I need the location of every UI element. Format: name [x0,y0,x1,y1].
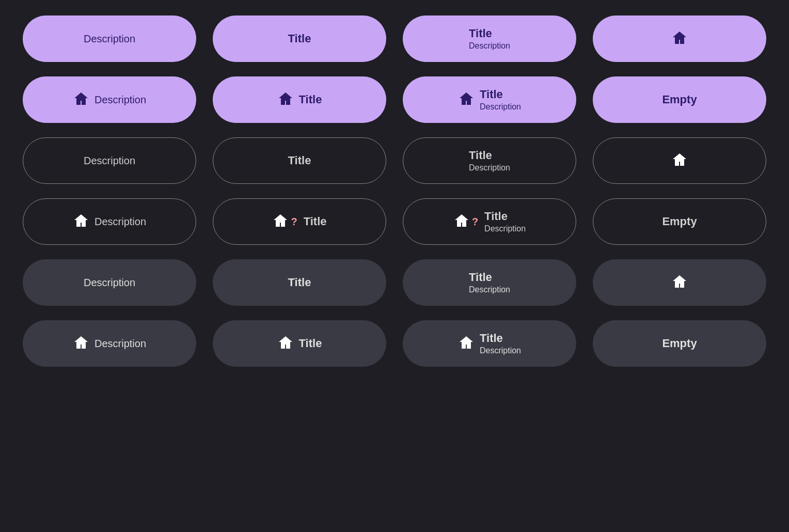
pill-text-block: TitleDescription [469,271,510,294]
pill-description: Description [484,224,526,233]
pill-row0-col0[interactable]: Description [23,15,196,62]
pill-title: Title [288,32,311,45]
pill-row2-col3[interactable] [593,137,766,184]
pill-title: Title [484,210,508,223]
home-icon [277,90,294,109]
home-icon [73,334,89,353]
pill-empty-label: Empty [662,337,697,350]
pill-row3-col0[interactable]: Description [23,198,196,245]
pill-title: Title [299,93,322,106]
pill-row1-col2[interactable]: TitleDescription [403,76,576,123]
pill-description: Description [94,338,146,350]
home-icon [671,151,688,170]
pill-row4-col1[interactable]: Title [213,259,386,306]
button-grid: DescriptionTitleTitleDescription Descrip… [23,15,766,367]
question-badge: ? [291,216,297,228]
pill-title: Title [480,88,503,101]
home-icon [671,273,688,292]
question-badge: ? [472,216,478,228]
pill-empty-label: Empty [662,215,697,228]
home-icon [272,212,289,231]
pill-row5-col1[interactable]: Title [213,320,386,367]
home-icon [73,90,89,109]
pill-title: Title [304,215,327,228]
pill-row3-col3[interactable]: Empty [593,198,766,245]
pill-description: Description [94,216,146,228]
pill-text-block: TitleDescription [480,88,521,112]
pill-text-block: TitleDescription [480,332,521,355]
pill-empty-label: Empty [662,93,697,106]
pill-row1-col3[interactable]: Empty [593,76,766,123]
pill-title: Title [288,154,311,167]
pill-title: Title [469,271,492,284]
pill-description: Description [469,163,510,173]
pill-description: Description [94,94,146,106]
pill-description: Description [480,102,521,112]
home-icon [458,90,475,109]
pill-title: Title [480,332,503,345]
pill-title: Title [469,149,492,162]
home-icon [73,212,89,231]
pill-description: Description [469,285,510,294]
pill-text-block: TitleDescription [469,27,510,51]
pill-row4-col3[interactable] [593,259,766,306]
pill-row5-col3[interactable]: Empty [593,320,766,367]
pill-description: Description [84,155,135,167]
pill-row2-col0[interactable]: Description [23,137,196,184]
pill-row1-col0[interactable]: Description [23,76,196,123]
home-icon [671,29,688,48]
pill-description: Description [84,277,135,289]
pill-row0-col2[interactable]: TitleDescription [403,15,576,62]
home-icon [458,334,475,353]
pill-row4-col2[interactable]: TitleDescription [403,259,576,306]
pill-description: Description [480,346,521,355]
pill-row5-col0[interactable]: Description [23,320,196,367]
pill-row2-col2[interactable]: TitleDescription [403,137,576,184]
pill-title: Title [469,27,492,40]
pill-description: Description [84,33,135,45]
pill-row4-col0[interactable]: Description [23,259,196,306]
pill-title: Title [288,276,311,289]
pill-row0-col3[interactable] [593,15,766,62]
pill-row2-col1[interactable]: Title [213,137,386,184]
pill-row3-col2[interactable]: ?TitleDescription [403,198,576,245]
pill-description: Description [469,41,510,51]
pill-row3-col1[interactable]: ?Title [213,198,386,245]
pill-row0-col1[interactable]: Title [213,15,386,62]
pill-text-block: TitleDescription [484,210,526,233]
pill-text-block: TitleDescription [469,149,510,173]
pill-row1-col1[interactable]: Title [213,76,386,123]
pill-row5-col2[interactable]: TitleDescription [403,320,576,367]
home-icon [277,334,294,353]
home-icon [453,212,470,231]
pill-title: Title [299,337,322,350]
